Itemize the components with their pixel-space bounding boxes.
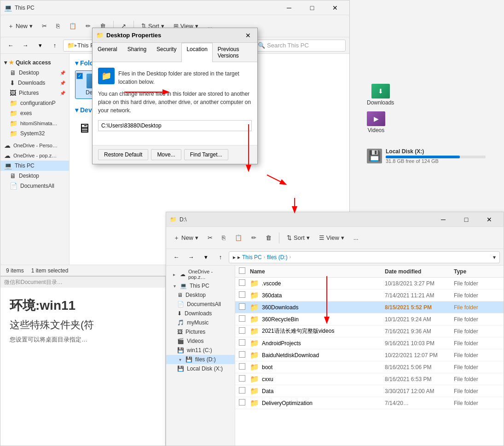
row-date: 7/16/2021 9:36 AM <box>385 328 454 335</box>
sidebar-item-onedrive2[interactable]: ☁ OneDrive - pop.z… <box>0 151 69 161</box>
second-title-bar: 📁 D:\ ─ □ ✕ <box>166 212 504 227</box>
folder-icon-sm: 📁 <box>250 399 259 407</box>
second-separator <box>279 232 279 243</box>
second-sort-chevron-icon: ▾ <box>307 234 310 241</box>
restore-default-button[interactable]: Restore Default <box>98 149 148 160</box>
second-up-button[interactable]: ↑ <box>214 251 227 264</box>
docall2-label: DocumentsAll <box>187 301 221 307</box>
second-copy-icon: ⎘ <box>222 234 226 241</box>
second-sort-button[interactable]: ⇅ Sort ▾ <box>283 232 313 243</box>
paste-button[interactable]: 📋 <box>65 21 80 31</box>
second-maximize-button[interactable]: □ <box>456 212 477 227</box>
second-forward-button[interactable]: → <box>185 251 197 264</box>
folder-icon-sm: 📁 <box>250 351 259 359</box>
file-row[interactable]: 📁BaiduNetdiskDownload 10/22/2021 12:07 P… <box>235 349 504 361</box>
file-row[interactable]: 📁360RecycleBin 10/1/2021 9:24 AM File fo… <box>235 313 504 325</box>
row-check <box>239 363 250 371</box>
tab-security[interactable]: Security <box>151 43 181 62</box>
second-sidebar-desktop[interactable]: 🖥 Desktop <box>166 290 235 300</box>
copy-button[interactable]: ⎘ <box>52 21 64 31</box>
file-row[interactable]: 📁2021语法长难句完整版videos 7/16/2021 9:36 AM Fi… <box>235 325 504 337</box>
blog-bar-text: 微信和Document目录… <box>4 278 63 286</box>
videos2-icon: 🎬 <box>177 338 184 344</box>
file-row[interactable]: 📁DeliveryOptimization 7/14/20… File fold… <box>235 397 504 409</box>
bc-arrow2: ▸ <box>238 254 240 261</box>
tab-general-label: General <box>98 46 117 52</box>
second-recent-button[interactable]: ▾ <box>199 251 212 264</box>
second-sidebar-thispc[interactable]: ▾ 💻 This PC <box>166 281 235 290</box>
search-bar[interactable]: 🔍 Search This PC <box>254 40 346 52</box>
file-row[interactable]: 📁cxxu 8/16/2021 6:53 PM File folder <box>235 373 504 385</box>
tab-general[interactable]: General <box>93 43 122 62</box>
tab-previous-versions[interactable]: Previous Versions <box>213 43 257 62</box>
second-new-button[interactable]: ＋ New ▾ <box>170 232 202 244</box>
find-target-button[interactable]: Find Target... <box>184 149 228 160</box>
file-row[interactable]: 📁boot 8/16/2021 5:06 PM File folder <box>235 361 504 373</box>
sidebar-item-exes[interactable]: 📁 exes <box>0 108 69 118</box>
sidebar-item-hitomi[interactable]: 📁 hitomiShimata… <box>0 118 69 128</box>
tab-location[interactable]: Location <box>181 43 212 62</box>
docall2-icon: 📄 <box>177 301 184 307</box>
second-rename-button[interactable]: ✏ <box>248 232 260 243</box>
forward-button[interactable]: → <box>19 39 32 52</box>
file-row-selected[interactable]: 📁360Downloads 8/15/2021 5:52 PM File fol… <box>235 301 504 313</box>
second-sidebar-mymusic[interactable]: 🎵 myMusic <box>166 318 235 327</box>
sidebar-item-docall[interactable]: 📄 DocumentsAll <box>0 181 69 191</box>
search-placeholder: Search This PC <box>267 42 309 49</box>
bc-expand-icon: ▾ <box>493 254 496 261</box>
minimize-button[interactable]: ─ <box>278 0 300 15</box>
second-back-button[interactable]: ← <box>170 251 183 264</box>
sidebar-item-config[interactable]: 📁 configurationP <box>0 98 69 108</box>
second-more-button[interactable]: ... <box>350 232 362 243</box>
second-paste-button[interactable]: 📋 <box>231 232 246 243</box>
second-sidebar-docall[interactable]: 📄 DocumentsAll <box>166 300 235 309</box>
sidebar-item-desktop2[interactable]: 🖥 Desktop <box>0 171 69 181</box>
second-delete-button[interactable]: 🗑 <box>262 232 275 243</box>
win11c-icon: 💾 <box>177 347 184 353</box>
dialog-tabs: General Sharing Security Location Previo… <box>93 43 257 62</box>
file-row[interactable]: 📁360data 7/14/2021 11:21 AM File folder <box>235 290 504 301</box>
close-button[interactable]: ✕ <box>324 0 346 15</box>
second-sidebar-videos[interactable]: 🎬 Videos <box>166 336 235 346</box>
maximize-button[interactable]: □ <box>301 0 323 15</box>
second-minimize-button[interactable]: ─ <box>433 212 454 227</box>
bc-filesd[interactable]: files (D:) <box>267 254 288 261</box>
new-button[interactable]: ＋ New ▾ <box>4 20 36 32</box>
dialog-path-input[interactable] <box>98 120 252 131</box>
second-sidebar-filesd[interactable]: ▾ 💾 files (D:) <box>166 355 235 364</box>
sidebar-item-desktop-label: Desktop <box>19 70 39 76</box>
sidebar-item-pictures[interactable]: 🖼 Pictures 📌 <box>0 88 69 98</box>
second-sidebar-onedrive[interactable]: ▸ ☁ OneDrive - pop.z… <box>166 267 235 281</box>
sidebar-item-downloads[interactable]: ⬇ Downloads 📌 <box>0 78 69 88</box>
second-cut-button[interactable]: ✂ <box>204 232 216 243</box>
move-button[interactable]: Move... <box>151 149 181 160</box>
second-view-button[interactable]: ☰ View ▾ <box>315 232 348 243</box>
quick-access-header[interactable]: ▾ ★ Quick access <box>0 58 69 68</box>
bc-thispc[interactable]: This PC <box>242 254 262 261</box>
second-copy-button[interactable]: ⎘ <box>218 232 229 243</box>
second-sidebar-downloads[interactable]: ⬇ Downloads <box>166 309 235 318</box>
second-close-button[interactable]: ✕ <box>479 212 500 227</box>
second-sidebar-win11c[interactable]: 💾 win11 (C:) <box>166 346 235 355</box>
tab-sharing[interactable]: Sharing <box>122 43 151 62</box>
up-button[interactable]: ↑ <box>48 39 61 52</box>
second-sidebar-localx[interactable]: 💾 Local Disk (X:) <box>166 364 235 373</box>
second-cut-icon: ✂ <box>208 234 213 241</box>
file-row[interactable]: 📁AndroidProjects 9/16/2021 10:03 PM File… <box>235 337 504 349</box>
dialog-close-button[interactable]: ✕ <box>243 30 254 41</box>
cut-button[interactable]: ✂ <box>38 21 51 31</box>
header-name[interactable]: Name <box>250 268 385 275</box>
file-list-header: Name Date modified Type <box>235 266 504 278</box>
file-row[interactable]: 📁.vscode 10/18/2021 3:27 PM File folder <box>235 278 504 290</box>
recent-button[interactable]: ▾ <box>34 39 46 52</box>
sidebar-item-desktop[interactable]: 🖥 Desktop 📌 <box>0 68 69 78</box>
sidebar-item-thispc-label: This PC <box>15 162 35 169</box>
file-row[interactable]: 📁Data 3/30/2017 12:00 AM File folder <box>235 385 504 397</box>
back-button[interactable]: ← <box>4 39 17 52</box>
second-sidebar-pictures[interactable]: 🖼 Pictures <box>166 327 235 336</box>
pin-icon3: 📌 <box>60 91 65 96</box>
sidebar-item-thispc[interactable]: 💻 This PC <box>0 161 69 171</box>
sidebar-item-system32[interactable]: 📁 System32 <box>0 128 69 139</box>
tab-sharing-label: Sharing <box>127 46 146 52</box>
sidebar-item-onedrive1[interactable]: ☁ OneDrive - Perso… <box>0 140 69 151</box>
